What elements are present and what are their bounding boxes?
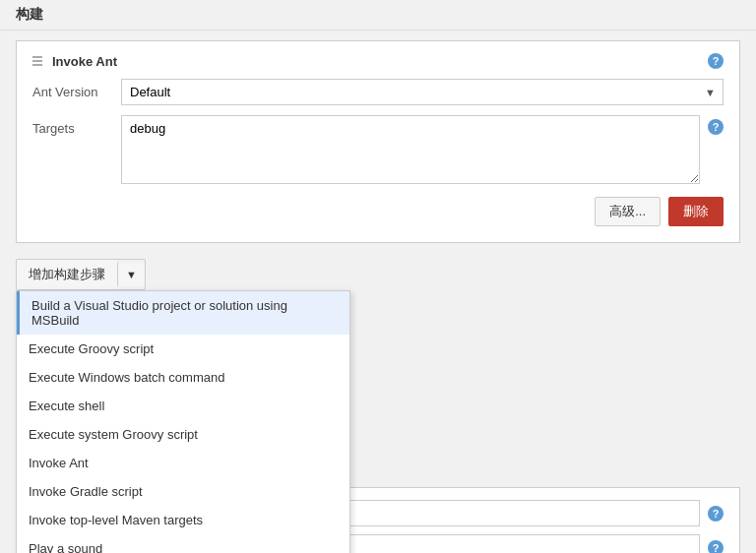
targets-textarea[interactable]	[121, 115, 700, 184]
dropdown-arrow-icon: ▼	[126, 269, 137, 280]
page-container: 构建 Invoke Ant ? Ant Version Default ▼	[0, 0, 756, 553]
dropdown-item-msbuild[interactable]: Build a Visual Studio project or solutio…	[17, 291, 349, 335]
dropdown-item-windows-batch[interactable]: Execute Windows batch command	[17, 363, 349, 392]
section-title: 构建	[16, 6, 43, 22]
dropdown-menu: Build a Visual Studio project or solutio…	[16, 290, 350, 553]
invoke-ant-header: Invoke Ant ?	[32, 53, 724, 69]
add-step-button[interactable]: 增加构建步骤	[17, 260, 117, 289]
section-header: 构建	[0, 0, 756, 31]
dropdown-item-execute-shell[interactable]: Execute shell	[17, 392, 349, 420]
invoke-ant-btn-row: 高级... 删除	[32, 197, 724, 226]
advanced-button[interactable]: 高级...	[595, 197, 661, 226]
targets-row: Targets ?	[32, 115, 724, 187]
dropdown-item-play-sound[interactable]: Play a sound	[17, 534, 349, 553]
add-step-section: 增加构建步骤 ▼ Build a Visual Studio project o…	[16, 259, 740, 290]
targets-help-icon[interactable]: ?	[708, 119, 724, 135]
ant-version-select[interactable]: Default	[121, 79, 724, 105]
dropdown-item-invoke-ant[interactable]: Invoke Ant	[17, 449, 349, 477]
ant-version-control: Default ▼	[121, 79, 724, 105]
ant-version-row: Ant Version Default ▼	[32, 79, 724, 105]
second-help-icon-2[interactable]: ?	[708, 540, 724, 554]
invoke-ant-section: Invoke Ant ? Ant Version Default ▼ Targe…	[16, 40, 740, 243]
dropdown-item-groovy[interactable]: Execute Groovy script	[17, 335, 349, 363]
dropdown-item-maven[interactable]: Invoke top-level Maven targets	[17, 506, 349, 534]
delete-button[interactable]: 删除	[668, 197, 724, 226]
targets-textarea-wrapper	[121, 115, 700, 187]
add-step-btn-wrapper: 增加构建步骤 ▼	[16, 259, 146, 290]
targets-label: Targets	[32, 115, 121, 136]
ant-version-label: Ant Version	[32, 79, 121, 99]
add-step-dropdown-button[interactable]: ▼	[117, 263, 145, 286]
dropdown-item-system-groovy[interactable]: Execute system Groovy script	[17, 420, 349, 449]
invoke-ant-label: Invoke Ant	[52, 54, 117, 69]
targets-control	[121, 115, 700, 187]
invoke-ant-help-icon[interactable]: ?	[708, 53, 724, 69]
dropdown-list: Build a Visual Studio project or solutio…	[17, 291, 349, 553]
dropdown-item-gradle[interactable]: Invoke Gradle script	[17, 477, 349, 506]
second-help-icon-1[interactable]: ?	[708, 506, 724, 522]
ant-version-select-wrapper: Default ▼	[121, 79, 724, 105]
invoke-ant-title: Invoke Ant	[32, 54, 117, 69]
drag-handle[interactable]	[32, 56, 42, 66]
